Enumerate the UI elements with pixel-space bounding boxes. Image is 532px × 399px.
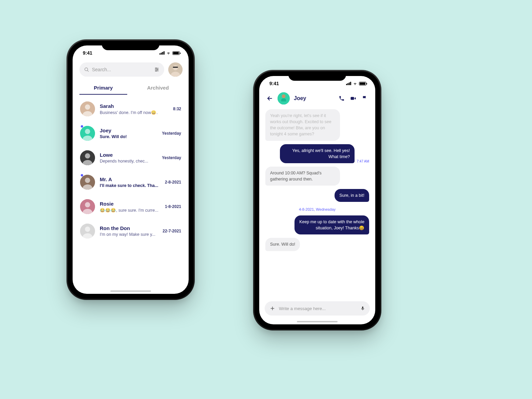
search-field[interactable] — [92, 67, 151, 72]
message-time: 22-7-2021 — [163, 229, 181, 233]
conversation-row[interactable]: Lowe Depends honestly, chec... Yesterday — [73, 146, 189, 170]
contact-avatar — [80, 224, 95, 239]
conversation-list[interactable]: Sarah Business' done. I'm off now😄. 8:32… — [73, 95, 189, 294]
message-preview: Depends honestly, chec... — [100, 159, 157, 164]
flag-button[interactable] — [361, 95, 368, 102]
plus-icon[interactable] — [269, 305, 276, 311]
call-button[interactable] — [338, 95, 345, 102]
svg-point-16 — [85, 129, 90, 134]
message-preview: Business' done. I'm off now😄. — [100, 110, 168, 115]
profile-avatar[interactable] — [168, 62, 183, 77]
conversation-row[interactable]: Sarah Business' done. I'm off now😄. 8:32 — [73, 97, 189, 121]
contact-avatar — [80, 101, 95, 116]
message-sent: Sure, in a bit! — [335, 189, 369, 202]
notch — [102, 41, 159, 50]
back-button[interactable] — [266, 95, 273, 102]
message-received: Around 10:00 AM? Squad's gathering aroun… — [265, 167, 340, 186]
signal-icon — [159, 51, 165, 55]
message-sent: Keep me up to date with the whole situat… — [294, 215, 369, 234]
contact-avatar[interactable] — [278, 92, 290, 104]
conversation-row[interactable]: Ron the Don I'm on my way! Make sure y..… — [73, 219, 189, 243]
contact-avatar — [80, 199, 95, 214]
conversation-row[interactable]: Rosie 😂😂😂, sure sure. I'm curre... 1-8-2… — [73, 194, 189, 219]
message-time: Yesterday — [162, 155, 181, 160]
contact-name: Sarah — [100, 103, 168, 109]
notch — [288, 71, 346, 81]
tab-archived[interactable]: Archived — [131, 81, 185, 95]
status-time: 9:41 — [83, 50, 92, 56]
unread-indicator — [81, 174, 83, 176]
wifi-icon — [353, 82, 358, 86]
svg-rect-36 — [362, 306, 363, 309]
contact-avatar — [80, 150, 95, 165]
message-composer[interactable] — [265, 301, 370, 316]
svg-point-19 — [85, 153, 90, 158]
svg-point-3 — [156, 68, 157, 69]
svg-point-13 — [85, 104, 90, 110]
mic-icon[interactable] — [360, 305, 365, 311]
unread-indicator — [81, 125, 83, 128]
message-received: Sure. Will do! — [265, 238, 300, 251]
home-indicator — [110, 290, 151, 292]
svg-point-32 — [282, 94, 286, 98]
video-call-button[interactable] — [349, 95, 357, 102]
contact-name: Joey — [294, 95, 334, 101]
message-received: Yeah you're right, let's see if it works… — [265, 109, 340, 141]
phone-chat: 9:41 Joey Yeah yo — [254, 71, 380, 329]
svg-point-0 — [85, 68, 88, 71]
message-input[interactable] — [279, 306, 357, 311]
wifi-icon — [166, 51, 171, 55]
date-separator: 4-8-2021, Wednesday — [265, 205, 369, 212]
svg-point-25 — [85, 202, 90, 207]
message-list[interactable]: Yeah you're right, let's see if it works… — [259, 108, 375, 301]
message-preview: Sure. Will do! — [100, 134, 157, 139]
contact-avatar — [80, 175, 95, 190]
contact-avatar — [80, 126, 95, 141]
filter-icon[interactable] — [154, 67, 159, 72]
message-sent: Yes, allright we'll see. Hell yes! What … — [280, 144, 355, 163]
signal-icon — [346, 82, 351, 85]
contact-name: Lowe — [100, 152, 157, 158]
home-indicator — [297, 321, 338, 322]
svg-rect-33 — [351, 97, 354, 100]
battery-icon — [359, 82, 366, 86]
message-preview: I'll make sure to check. Tha... — [100, 183, 160, 188]
status-time: 9:41 — [269, 81, 279, 86]
contact-name: Mr. A — [100, 176, 160, 182]
message-timestamp: 7:47 AM — [357, 159, 369, 163]
tab-primary[interactable]: Primary — [76, 81, 131, 95]
message-preview: I'm on my way! Make sure y... — [100, 232, 158, 237]
svg-line-1 — [87, 70, 89, 72]
contact-name: Ron the Don — [100, 225, 158, 231]
battery-icon — [172, 51, 180, 55]
svg-point-5 — [157, 69, 158, 70]
message-time: 1-8-2021 — [165, 204, 181, 209]
search-icon — [84, 67, 89, 72]
contact-name: Joey — [100, 128, 157, 133]
phone-inbox: 9:41 Primary Archived — [68, 41, 193, 299]
svg-point-7 — [156, 71, 157, 72]
conversation-row[interactable]: Mr. A I'll make sure to check. Tha... 2-… — [73, 170, 189, 194]
search-input[interactable] — [79, 62, 164, 77]
message-time: 8:32 — [173, 107, 181, 111]
svg-rect-11 — [173, 67, 178, 68]
message-preview: 😂😂😂, sure sure. I'm curre... — [100, 208, 160, 213]
conversation-row[interactable]: Joey Sure. Will do! Yesterday — [73, 121, 189, 146]
svg-point-22 — [85, 178, 90, 183]
message-time: Yesterday — [162, 131, 181, 136]
message-time: 2-8-2021 — [165, 180, 181, 185]
contact-name: Rosie — [100, 201, 160, 207]
svg-point-28 — [85, 227, 90, 232]
